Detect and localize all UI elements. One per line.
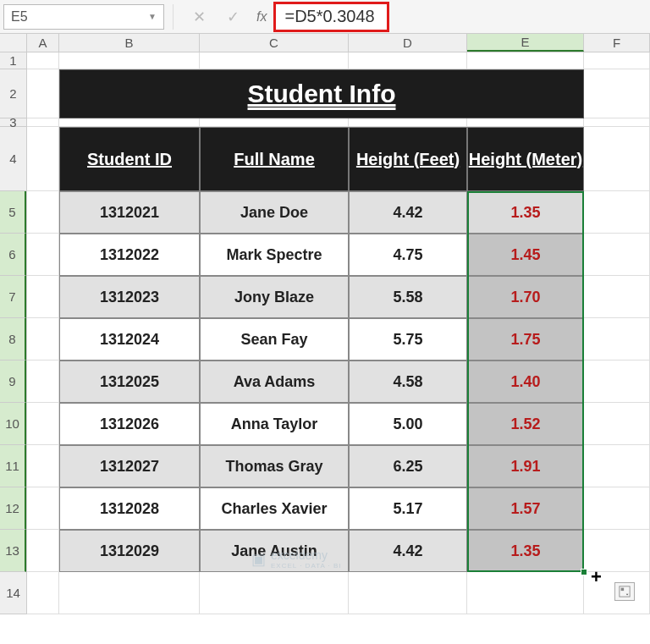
- cell[interactable]: [584, 276, 650, 318]
- cell-full-name[interactable]: Jane Doe: [200, 191, 349, 234]
- cell[interactable]: [59, 52, 200, 69]
- cell-height-meter[interactable]: 1.45: [467, 234, 584, 276]
- row-header-1[interactable]: 1: [0, 52, 26, 69]
- cell-height-meter[interactable]: 1.35: [467, 530, 584, 572]
- cell-student-id[interactable]: 1312022: [59, 234, 200, 276]
- cell[interactable]: [27, 572, 59, 614]
- row-header-4[interactable]: 4: [0, 127, 26, 191]
- name-box[interactable]: E5 ▼: [3, 4, 164, 30]
- cell-height-feet[interactable]: 4.58: [349, 361, 467, 403]
- cell[interactable]: [200, 118, 349, 127]
- cell-height-feet[interactable]: 4.42: [349, 530, 467, 572]
- cell-height-feet[interactable]: 4.42: [349, 191, 467, 234]
- cell[interactable]: [349, 118, 467, 127]
- row-header-3[interactable]: 3: [0, 118, 26, 127]
- row-header-10[interactable]: 10: [0, 403, 26, 445]
- cell[interactable]: [59, 118, 200, 127]
- cell-height-feet[interactable]: 5.58: [349, 276, 467, 318]
- cell[interactable]: [27, 127, 59, 191]
- cell-full-name[interactable]: Ava Adams: [200, 361, 349, 403]
- cell[interactable]: [200, 572, 349, 614]
- cell[interactable]: [584, 487, 650, 530]
- cell[interactable]: [467, 118, 584, 127]
- select-all-button[interactable]: [0, 34, 27, 52]
- cell[interactable]: [584, 530, 650, 572]
- cell-student-id[interactable]: 1312026: [59, 403, 200, 445]
- cell[interactable]: [584, 127, 650, 191]
- cell-full-name[interactable]: Mark Spectre: [200, 234, 349, 276]
- cell-height-meter[interactable]: 1.52: [467, 403, 584, 445]
- header-height-meter[interactable]: Height (Meter): [467, 127, 584, 191]
- row-header-8[interactable]: 8: [0, 318, 26, 361]
- cell-student-id[interactable]: 1312023: [59, 276, 200, 318]
- row-header-12[interactable]: 12: [0, 487, 26, 530]
- cell-full-name[interactable]: Thomas Gray: [200, 445, 349, 487]
- cell[interactable]: [27, 445, 59, 487]
- cell[interactable]: [467, 572, 584, 614]
- row-header-6[interactable]: 6: [0, 234, 26, 276]
- cell-height-feet[interactable]: 4.75: [349, 234, 467, 276]
- row-header-5[interactable]: 5: [0, 191, 26, 234]
- col-header-C[interactable]: C: [200, 34, 349, 52]
- cell-height-feet[interactable]: 5.00: [349, 403, 467, 445]
- cell-student-id[interactable]: 1312027: [59, 445, 200, 487]
- cell[interactable]: [27, 69, 59, 118]
- cell[interactable]: [584, 403, 650, 445]
- chevron-down-icon[interactable]: ▼: [148, 12, 157, 21]
- cell[interactable]: [59, 572, 200, 614]
- cell-full-name[interactable]: Charles Xavier: [200, 487, 349, 530]
- cell[interactable]: [584, 318, 650, 361]
- col-header-D[interactable]: D: [349, 34, 467, 52]
- cell[interactable]: [584, 69, 650, 118]
- row-header-13[interactable]: 13: [0, 530, 26, 572]
- row-header-7[interactable]: 7: [0, 276, 26, 318]
- cell[interactable]: [27, 276, 59, 318]
- cell[interactable]: [27, 52, 59, 69]
- table-title[interactable]: Student Info: [59, 69, 584, 118]
- cell[interactable]: [584, 52, 650, 69]
- cell[interactable]: [27, 487, 59, 530]
- cell-student-id[interactable]: 1312025: [59, 361, 200, 403]
- cell[interactable]: [27, 118, 59, 127]
- cell-height-meter[interactable]: 1.91: [467, 445, 584, 487]
- row-header-9[interactable]: 9: [0, 361, 26, 403]
- cell[interactable]: [27, 530, 59, 572]
- cell-height-meter[interactable]: 1.70: [467, 276, 584, 318]
- cell[interactable]: [584, 234, 650, 276]
- cell-height-feet[interactable]: 5.75: [349, 318, 467, 361]
- cell[interactable]: [584, 118, 650, 127]
- cell-height-meter[interactable]: 1.35: [467, 191, 584, 234]
- row-header-14[interactable]: 14: [0, 572, 26, 614]
- header-student-id[interactable]: Student ID: [59, 127, 200, 191]
- cell[interactable]: [27, 403, 59, 445]
- cell-height-meter[interactable]: 1.40: [467, 361, 584, 403]
- cell[interactable]: [584, 445, 650, 487]
- cell[interactable]: [584, 191, 650, 234]
- header-height-feet[interactable]: Height (Feet): [349, 127, 467, 191]
- cell-height-meter[interactable]: 1.75: [467, 318, 584, 361]
- cell[interactable]: [200, 52, 349, 69]
- sheet-area[interactable]: Student Info Student ID Full Name Height…: [27, 52, 650, 614]
- cell-student-id[interactable]: 1312021: [59, 191, 200, 234]
- cell-height-feet[interactable]: 5.17: [349, 487, 467, 530]
- cell-student-id[interactable]: 1312024: [59, 318, 200, 361]
- cell[interactable]: [27, 318, 59, 361]
- col-header-A[interactable]: A: [27, 34, 59, 52]
- cell-student-id[interactable]: 1312029: [59, 530, 200, 572]
- row-header-11[interactable]: 11: [0, 445, 26, 487]
- cell[interactable]: [349, 572, 467, 614]
- col-header-E[interactable]: E: [467, 34, 584, 52]
- header-full-name[interactable]: Full Name: [200, 127, 349, 191]
- formula-input[interactable]: =D5*0.3048: [273, 2, 388, 32]
- cell-student-id[interactable]: 1312028: [59, 487, 200, 530]
- cell-height-meter[interactable]: 1.57: [467, 487, 584, 530]
- col-header-F[interactable]: F: [584, 34, 650, 52]
- autofill-options-button[interactable]: [614, 582, 635, 601]
- cell-height-feet[interactable]: 6.25: [349, 445, 467, 487]
- cell-full-name[interactable]: Anna Taylor: [200, 403, 349, 445]
- cell[interactable]: [584, 361, 650, 403]
- cell[interactable]: [27, 191, 59, 234]
- cell-full-name[interactable]: Sean Fay: [200, 318, 349, 361]
- cell[interactable]: [27, 234, 59, 276]
- cell[interactable]: [349, 52, 467, 69]
